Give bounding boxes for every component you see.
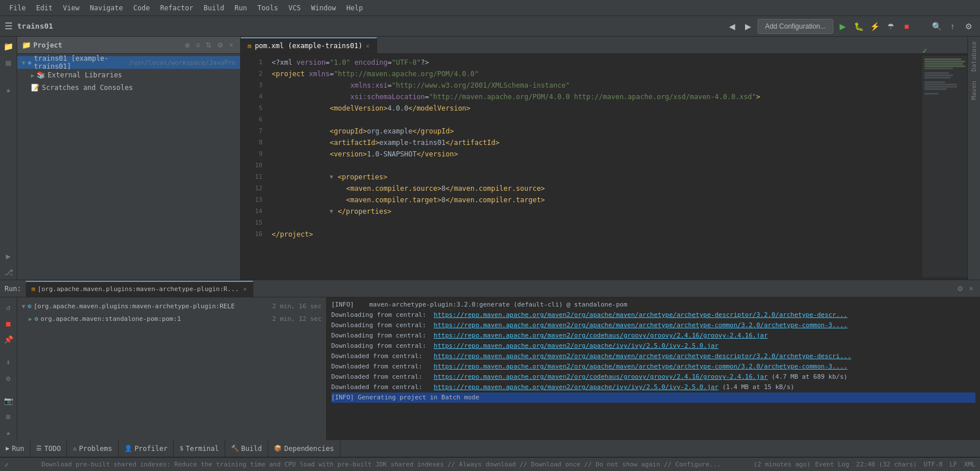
scroll-end-button[interactable]: ⬇ [1,355,16,370]
sidebar-icon-run[interactable]: ▶ [1,249,16,264]
tree-item-external-libs[interactable]: ▶ 📚 External Libraries [17,69,240,81]
tree-item-scratches[interactable]: 📝 Scratches and Consoles [17,81,240,94]
menu-run[interactable]: Run [230,3,252,13]
run-tree-item-child[interactable]: ▶ ⚙ org.apache.maven:standalone-pom:pom:… [17,312,326,325]
main-menu-icon[interactable]: ☰ [5,21,13,32]
bottom-tab-profiler[interactable]: 👤 Profiler [119,440,174,457]
console-size-7: (4.7 MB at 689 kb/s) [768,373,848,380]
tab-close-button[interactable]: × [366,43,369,49]
collapse-all-button[interactable]: ≡ [194,40,202,50]
locate-button[interactable]: ⊕ [182,40,193,50]
console-text-9b: Generating project in Batch mode [358,394,479,401]
menu-navigate[interactable]: Navigate [85,3,128,13]
scratches-label: Scratches and Consoles [42,84,133,92]
camera-button[interactable]: 📷 [1,393,16,408]
console-label-6: Downloaded from central: [331,363,434,370]
console-link-2[interactable]: https://repo.maven.apache.org/maven2/org… [434,321,848,329]
bottom-tab-terminal[interactable]: $ Terminal [174,440,225,457]
terminal-tab-text: Terminal [186,445,219,453]
right-sidebar-maven[interactable]: Maven [970,76,978,104]
menu-help[interactable]: Help [342,3,367,13]
console-output[interactable]: [INFO] maven-archetype-plugin:3.2.0:gene… [327,297,980,440]
status-encoding[interactable]: UTF-8 [924,461,943,468]
debug-button[interactable]: 🐛 [852,19,865,33]
code-line-8: <artifactId>example-trains01</artifactId… [272,137,922,148]
sidebar-icon-structure[interactable]: ▤ [1,55,16,70]
run-settings-button[interactable]: ⚙ [955,284,966,294]
rerun-button[interactable]: ↺ [1,300,16,315]
library-icon: 📚 [37,71,45,79]
fold-icon-14[interactable]: ▼ [330,206,338,217]
project-panel: 📁 Project ⊕ ≡ ⇅ ⚙ × ▼ ◈ trains01 [exampl… [17,37,241,280]
profile-button[interactable]: ⚡ [868,19,881,33]
menu-tools[interactable]: Tools [253,3,283,13]
stop-button[interactable]: ■ [900,19,914,33]
bottom-tab-todo[interactable]: ☰ TODO [30,440,67,457]
menu-edit[interactable]: Edit [32,3,57,13]
console-link-8[interactable]: https://repo.maven.apache.org/maven2/org… [434,383,719,391]
menu-view[interactable]: View [58,3,84,13]
code-line-5: <modelVersion>4.0.0</modelVersion> [272,103,922,114]
status-line-sep[interactable]: LF [950,461,957,468]
status-position[interactable]: 22:40 (32 chars) [856,461,917,468]
run-tab-maven[interactable]: m [org.apache.maven.plugins:maven-archet… [26,281,253,297]
status-lang[interactable]: XML [964,461,975,468]
settings-button[interactable]: ⚙ [962,19,975,33]
pin-tab-button[interactable]: 📌 [1,332,16,347]
root-label: trains01 [example-trains01] [34,54,124,70]
star-button[interactable]: ★ [1,425,16,440]
status-time-ago: (2 minutes ago) [754,461,810,468]
console-line-2: Downloading from central: https://repo.m… [331,320,975,331]
tree-item-root[interactable]: ▼ ◈ trains01 [example-trains01] /usr/loc… [17,56,240,69]
console-link-7[interactable]: https://repo.maven.apache.org/maven2/org… [434,373,768,380]
settings-run-button[interactable]: ⚙ [1,371,16,386]
sidebar-icon-git[interactable]: ⎇ [1,265,16,280]
expand-all-button[interactable]: ⇅ [203,40,214,50]
search-everywhere-button[interactable]: 🔍 [930,19,943,33]
line-num-1: 1 [241,57,262,68]
menu-build[interactable]: Build [199,3,229,13]
sidebar-icon-project[interactable]: 📁 [1,39,16,54]
update-button[interactable]: ↑ [946,19,959,33]
line-numbers: 1 2 3 4 5 6 7 8 9 10 11 12 13 14 15 16 [241,56,269,277]
menu-vcs[interactable]: VCS [284,3,305,13]
run-tab-close-button[interactable]: × [244,286,247,292]
run-close-button[interactable]: × [967,284,975,294]
bottom-tab-problems[interactable]: ⚠ Problems [67,440,118,457]
menu-file[interactable]: File [5,3,30,13]
panel-close-button[interactable]: × [227,40,236,50]
bottom-tab-build[interactable]: 🔨 Build [225,440,268,457]
problems-tab-text: Problems [79,445,112,453]
run-tree-spin-icon: ⚙ [28,303,32,310]
menu-refactor[interactable]: Refactor [155,3,198,13]
menu-window[interactable]: Window [307,3,340,13]
sidebar-icon-favorites[interactable]: ★ [1,83,16,97]
console-link-5[interactable]: https://repo.maven.apache.org/maven2/org… [434,352,851,360]
menu-code[interactable]: Code [129,3,155,13]
console-link-4[interactable]: https://repo.maven.apache.org/maven2/org… [434,342,719,350]
run-tree-item-root[interactable]: ▼ ⚙ [org.apache.maven.plugins:maven-arch… [17,300,326,312]
bottom-panel: Run: m [org.apache.maven.plugins:maven-a… [0,280,980,457]
editor-valid-indicator: ✓ [923,46,927,55]
run-tree-panel: ▼ ⚙ [org.apache.maven.plugins:maven-arch… [17,297,327,440]
coverage-button[interactable]: ☂ [884,19,897,33]
console-link-1[interactable]: https://repo.maven.apache.org/maven2/org… [434,311,848,319]
stop-run-button red[interactable]: ■ [1,316,16,331]
bottom-tab-run[interactable]: ▶ Run [0,440,30,457]
right-sidebar-database[interactable]: Database [970,37,978,76]
filter-button[interactable]: ⊞ [1,409,16,424]
panel-settings-button[interactable]: ⚙ [215,40,226,50]
line-num-7: 7 [241,125,262,137]
nav-back-button[interactable]: ◀ [726,19,739,33]
code-content[interactable]: <?xml version="1.0" encoding="UTF-8"?> <… [269,56,922,277]
bottom-tab-dependencies[interactable]: 📦 Dependencies [268,440,340,457]
console-link-3[interactable]: https://repo.maven.apache.org/maven2/org… [434,332,768,339]
add-configuration-button[interactable]: Add Configuration... [758,19,833,34]
event-log-link[interactable]: Event Log [815,461,849,468]
nav-forward-button[interactable]: ▶ [742,19,755,33]
run-button[interactable]: ▶ [836,19,849,33]
code-editor[interactable]: 1 2 3 4 5 6 7 8 9 10 11 12 13 14 15 16 [241,54,967,280]
console-link-6[interactable]: https://repo.maven.apache.org/maven2/org… [434,363,848,370]
tab-pom-xml[interactable]: m pom.xml (example-trains01) × [241,37,377,53]
line-num-10: 10 [241,160,262,171]
